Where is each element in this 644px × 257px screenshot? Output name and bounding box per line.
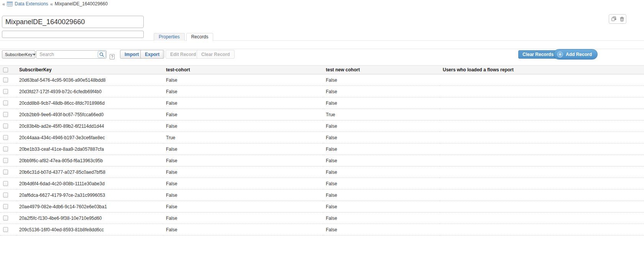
cell-subscriberkey: 20cb2bb9-9ee6-493f-bc67-755fcca66ed0 xyxy=(16,109,163,120)
table-row: 20b4d6f4-6dad-4c20-808b-1111e30abe3dFals… xyxy=(0,178,644,189)
table-row: 20d3fd27-172f-4939-b72c-6cfedb69f4b0Fals… xyxy=(0,86,644,97)
search-input[interactable] xyxy=(36,50,107,59)
cell-subscriberkey: 20bb9f6c-af82-47ea-805d-f6a13963c95b xyxy=(16,155,163,166)
cell-flows-report xyxy=(440,166,644,178)
row-checkbox-cell xyxy=(0,143,16,155)
help-icon[interactable]: ? xyxy=(110,54,115,59)
cell-test-cohort: False xyxy=(163,213,323,224)
table-row: 20c83b4b-ad2e-45f0-89b2-6f2114dd1d44Fals… xyxy=(0,120,644,132)
select-all-checkbox[interactable] xyxy=(3,68,8,72)
cell-test-cohort: False xyxy=(163,224,323,236)
data-extension-name-input[interactable] xyxy=(2,16,144,28)
row-checkbox[interactable] xyxy=(3,100,8,105)
tab-records[interactable]: Records xyxy=(186,33,214,41)
cell-flows-report xyxy=(440,213,644,224)
cell-subscriberkey: 20be1b33-ceaf-41ce-8aa9-2da057887cfa xyxy=(16,143,163,155)
add-record-label: Add Record xyxy=(566,52,592,57)
breadcrumb-link-data-extensions[interactable]: Data Extensions xyxy=(15,1,48,7)
header-checkbox-cell xyxy=(0,66,16,74)
row-checkbox[interactable] xyxy=(3,170,8,175)
cell-test-cohort: False xyxy=(163,201,323,213)
cell-test-new-cohort: False xyxy=(323,132,440,143)
cell-flows-report xyxy=(440,143,644,155)
cell-test-new-cohort: False xyxy=(323,178,440,189)
row-checkbox[interactable] xyxy=(3,77,8,82)
table-row: 20b6c31d-b07d-4377-a027-85c0aed7bf58Fals… xyxy=(0,166,644,178)
cell-subscriberkey: 20cdd8b8-9cb7-48db-86cc-8fdc7018986d xyxy=(16,97,163,109)
row-checkbox-cell xyxy=(0,109,16,120)
row-checkbox-cell xyxy=(0,166,16,178)
row-checkbox-cell xyxy=(0,97,16,109)
row-checkbox[interactable] xyxy=(3,216,8,221)
export-button[interactable]: Export xyxy=(140,50,164,59)
cell-subscriberkey: 20d63baf-5476-4c95-9036-a90e5148bdd8 xyxy=(16,74,163,86)
row-checkbox[interactable] xyxy=(3,193,8,198)
cell-flows-report xyxy=(440,109,644,120)
cell-test-new-cohort: False xyxy=(323,86,440,97)
row-checkbox[interactable] xyxy=(3,158,8,163)
cell-flows-report xyxy=(440,97,644,109)
edit-record-button[interactable]: Edit Record xyxy=(166,50,200,59)
row-checkbox[interactable] xyxy=(3,147,8,152)
data-extension-records-page: « Data Extensions « MixpanelDE_164002966… xyxy=(0,0,644,257)
table-row: 20d63baf-5476-4c95-9036-a90e5148bdd8Fals… xyxy=(0,74,644,86)
records-table: SubscriberKey test-cohort test new cohor… xyxy=(0,65,644,236)
tab-properties[interactable]: Properties xyxy=(154,33,185,41)
cell-test-cohort: False xyxy=(163,97,323,109)
data-extension-description-input[interactable] xyxy=(2,31,144,38)
table-row: 20ae4979-082e-4db6-9c14-7602e6e03ba1Fals… xyxy=(0,201,644,213)
search-field-dropdown[interactable]: SubscriberKey xyxy=(2,50,35,59)
cell-flows-report xyxy=(440,132,644,143)
search-field-dropdown-value: SubscriberKey xyxy=(5,52,33,57)
data-extension-grid-icon xyxy=(7,2,13,7)
row-checkbox[interactable] xyxy=(3,89,8,94)
row-checkbox[interactable] xyxy=(3,204,8,209)
cell-subscriberkey: 209c5136-16f0-40ed-8593-81b8fe8dd6cc xyxy=(16,224,163,236)
row-checkbox-cell xyxy=(0,213,16,224)
caret-down-icon xyxy=(33,54,36,56)
cell-subscriberkey: 20c83b4b-ad2e-45f0-89b2-6f2114dd1d44 xyxy=(16,120,163,132)
cell-test-new-cohort: False xyxy=(323,166,440,178)
cell-test-new-cohort: False xyxy=(323,74,440,86)
cell-flows-report xyxy=(440,155,644,166)
extension-actions-group xyxy=(609,14,626,24)
table-row: 20c44aaa-434c-4946-b197-3e3ce6fae8ecTrue… xyxy=(0,132,644,143)
trash-icon[interactable] xyxy=(620,16,624,21)
clear-records-button[interactable]: Clear Records xyxy=(518,50,558,59)
tab-underline xyxy=(0,40,644,41)
clear-record-button[interactable]: Clear Record xyxy=(197,50,235,59)
row-checkbox[interactable] xyxy=(3,135,8,140)
row-checkbox[interactable] xyxy=(3,124,8,128)
cell-test-new-cohort: False xyxy=(323,224,440,236)
back-chevron-icon[interactable]: « xyxy=(2,1,5,7)
cell-test-new-cohort: False xyxy=(323,189,440,201)
row-checkbox-cell xyxy=(0,224,16,236)
column-header-test-new-cohort: test new cohort xyxy=(323,66,440,74)
cell-test-cohort: False xyxy=(163,189,323,201)
cell-test-new-cohort: False xyxy=(323,201,440,213)
panel-divider xyxy=(0,49,644,49)
cell-test-cohort: True xyxy=(163,132,323,143)
cell-test-cohort: False xyxy=(163,178,323,189)
row-checkbox-cell xyxy=(0,74,16,86)
add-record-button[interactable]: + Add Record xyxy=(554,49,598,59)
copy-icon[interactable] xyxy=(611,16,617,21)
row-checkbox[interactable] xyxy=(3,112,8,117)
row-checkbox[interactable] xyxy=(3,227,8,232)
breadcrumb-current-page: MixpanelDE_1640029660 xyxy=(55,1,108,7)
search-button[interactable] xyxy=(98,51,106,58)
column-header-subscriberkey: SubscriberKey xyxy=(16,66,163,74)
table-row: 20cb2bb9-9ee6-493f-bc67-755fcca66ed0Fals… xyxy=(0,109,644,120)
column-header-test-cohort: test-cohort xyxy=(163,66,323,74)
breadcrumb-separator-icon: « xyxy=(50,1,53,7)
cell-test-new-cohort: True xyxy=(323,109,440,120)
search-area xyxy=(36,50,107,59)
cell-subscriberkey: 20d3fd27-172f-4939-b72c-6cfedb69f4b0 xyxy=(16,86,163,97)
table-row: 20a2f5fc-f130-4be6-9f38-10e710e95d60Fals… xyxy=(0,213,644,224)
cell-subscriberkey: 20af6dca-6627-4179-97ce-2a31c9996053 xyxy=(16,189,163,201)
row-checkbox[interactable] xyxy=(3,181,8,186)
table-row: 209c5136-16f0-40ed-8593-81b8fe8dd6ccFals… xyxy=(0,224,644,236)
column-header-flows-report: Users who loaded a flows report xyxy=(440,66,644,74)
table-row: 20cdd8b8-9cb7-48db-86cc-8fdc7018986dFals… xyxy=(0,97,644,109)
row-checkbox-cell xyxy=(0,155,16,166)
